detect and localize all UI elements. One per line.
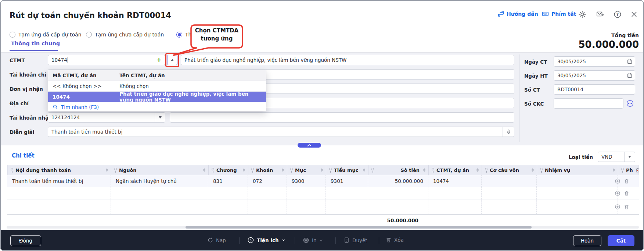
currency-select[interactable]: VND bbox=[598, 152, 635, 162]
add-row-icon[interactable] bbox=[615, 190, 620, 196]
total-amount-label: Tổng tiền bbox=[529, 32, 639, 38]
tai-khoan-chi-label: Tài khoản chi bbox=[10, 72, 46, 78]
refresh-icon bbox=[207, 237, 213, 243]
pin-icon[interactable] bbox=[212, 168, 215, 173]
tai-khoan-nhan-name-input[interactable] bbox=[170, 112, 514, 123]
undo-button[interactable]: Hoàn bbox=[573, 235, 601, 246]
cell-khoan: 072 bbox=[248, 175, 287, 187]
sort-icon[interactable] bbox=[476, 167, 479, 173]
tai-khoan-nhan-input[interactable]: 124124124 bbox=[48, 112, 165, 123]
calendar-icon[interactable] bbox=[627, 73, 633, 78]
dropdown-row-none[interactable]: << Không chọn >> Không chọn bbox=[48, 81, 266, 92]
guide-link[interactable]: Hướng dẫn bbox=[497, 10, 538, 17]
triangle-down-icon bbox=[159, 116, 162, 119]
delete-row-icon[interactable] bbox=[624, 191, 629, 196]
document-icon bbox=[343, 237, 350, 243]
table-row[interactable] bbox=[7, 187, 639, 199]
cell-nguon: Ngân sách Huyện tự chủ bbox=[111, 175, 208, 187]
utilities-button[interactable]: Tiện ích bbox=[247, 237, 285, 244]
approve-button[interactable]: Duyệt bbox=[343, 237, 367, 243]
collapse-button[interactable] bbox=[298, 143, 321, 148]
sort-icon[interactable] bbox=[532, 167, 534, 173]
add-row-icon[interactable] bbox=[615, 178, 620, 184]
pin-icon[interactable] bbox=[114, 168, 117, 173]
so-ckc-input[interactable] bbox=[554, 98, 623, 109]
sort-icon[interactable] bbox=[423, 167, 425, 173]
calendar-icon[interactable] bbox=[627, 59, 633, 64]
sort-icon[interactable] bbox=[321, 167, 323, 173]
col-khoan[interactable]: Khoản bbox=[248, 165, 287, 175]
ngay-ht-input[interactable]: 30/05/2025 bbox=[554, 70, 635, 81]
so-ckc-more-button[interactable] bbox=[626, 99, 634, 107]
quick-search-label: Tìm nhanh (F3) bbox=[61, 104, 99, 110]
table-row[interactable]: Thanh toán tiền mua thiết bị Ngân sách H… bbox=[7, 175, 639, 187]
col-ctmt-du-an[interactable]: CTMT, dự án bbox=[429, 165, 482, 175]
dropdown-row-selected[interactable]: 10474 Phát triển giáo dục nghề nghiệp, v… bbox=[48, 92, 266, 102]
cell-chuong: 831 bbox=[208, 175, 248, 187]
sort-icon[interactable] bbox=[243, 167, 245, 173]
dropdown-col-code: Mã CTMT, dự án bbox=[48, 70, 115, 81]
table-row[interactable] bbox=[7, 199, 639, 215]
dien-giai-label: Diễn giải bbox=[10, 129, 34, 135]
ngay-ct-input[interactable]: 30/05/2025 bbox=[554, 56, 635, 67]
so-ct-input[interactable]: RDT00014 bbox=[554, 84, 635, 95]
pin-icon[interactable] bbox=[621, 168, 624, 173]
cell-tieu-muc: 9301 bbox=[326, 175, 368, 187]
mic-button[interactable] bbox=[503, 127, 514, 137]
cell-nhiem-vu bbox=[537, 175, 618, 187]
panel-divider bbox=[519, 54, 520, 142]
delete-button[interactable]: Xóa bbox=[386, 237, 404, 243]
reload-button[interactable]: Nạp bbox=[207, 237, 226, 243]
printer-icon bbox=[303, 237, 309, 244]
col-co-cau-von[interactable]: Cơ cấu vốn bbox=[482, 165, 537, 175]
col-ph-truncated[interactable]: Ph ✕ bbox=[618, 165, 638, 175]
dropdown-cell-name: Phát triển giáo dục nghề nghiệp, việc là… bbox=[115, 92, 266, 102]
col-nhiem-vu[interactable]: Nhiệm vụ bbox=[537, 165, 618, 175]
shortcuts-link[interactable]: Phím tắt bbox=[542, 10, 576, 17]
currency-toggle[interactable] bbox=[624, 152, 635, 162]
col-so-tien[interactable]: Số tiền bbox=[368, 165, 429, 175]
print-button[interactable]: In bbox=[303, 237, 323, 244]
dropdown-quick-search[interactable]: Tìm nhanh (F3) bbox=[48, 102, 266, 112]
close-button[interactable]: Đóng bbox=[10, 235, 41, 246]
help-icon[interactable]: ? bbox=[614, 10, 622, 18]
radio-tam-ung-chua-cap[interactable]: Tạm ứng chưa cấp dự toán bbox=[86, 32, 164, 38]
ctmt-code-input[interactable]: 10474 + bbox=[48, 55, 165, 65]
dropdown-cell-code: << Không chọn >> bbox=[48, 81, 115, 91]
delete-row-icon[interactable] bbox=[624, 178, 629, 184]
pin-icon[interactable] bbox=[432, 168, 435, 173]
col-noi-dung[interactable]: Nội dung thanh toán bbox=[8, 165, 111, 175]
chevron-up-icon bbox=[307, 144, 312, 147]
save-button[interactable]: Cất bbox=[608, 235, 634, 246]
pin-icon[interactable] bbox=[485, 168, 488, 173]
col-nguon[interactable]: Nguồn bbox=[111, 165, 209, 175]
mail-send-icon[interactable] bbox=[596, 10, 604, 18]
add-row-icon[interactable] bbox=[615, 204, 620, 210]
horizontal-scrollbar-thumb[interactable] bbox=[186, 226, 532, 229]
delete-all-rows-icon[interactable]: ✕ bbox=[635, 167, 638, 173]
radio-tam-ung-da-cap[interactable]: Tạm ứng đã cấp dự toán bbox=[10, 32, 82, 38]
col-chuong[interactable]: Chương bbox=[209, 165, 248, 175]
pin-icon[interactable] bbox=[371, 168, 374, 173]
tai-khoan-nhan-toggle[interactable] bbox=[155, 113, 165, 122]
close-icon[interactable] bbox=[630, 11, 638, 18]
row-actions bbox=[615, 190, 629, 196]
add-ctmt-icon[interactable]: + bbox=[156, 57, 162, 63]
pin-icon[interactable] bbox=[290, 168, 293, 173]
settings-icon[interactable] bbox=[578, 10, 586, 18]
tab-thong-tin-chung[interactable]: Thông tin chung bbox=[11, 40, 60, 46]
delete-row-icon[interactable] bbox=[624, 204, 629, 210]
sort-icon[interactable] bbox=[363, 167, 365, 173]
sort-icon[interactable] bbox=[203, 167, 205, 173]
col-tieu-muc[interactable]: Tiểu mục bbox=[326, 165, 368, 175]
pin-icon[interactable] bbox=[540, 168, 543, 173]
pin-icon[interactable] bbox=[251, 168, 254, 173]
sort-icon[interactable] bbox=[613, 167, 615, 173]
dien-giai-input[interactable]: Thanh toán tiền mua thiết bị bbox=[48, 127, 514, 137]
pin-icon[interactable] bbox=[329, 168, 332, 173]
pin-icon[interactable] bbox=[11, 168, 14, 173]
col-muc[interactable]: Mục bbox=[287, 165, 326, 175]
horizontal-scrollbar-track[interactable] bbox=[7, 226, 639, 229]
sort-icon[interactable] bbox=[106, 167, 108, 173]
sort-icon[interactable] bbox=[282, 167, 284, 173]
